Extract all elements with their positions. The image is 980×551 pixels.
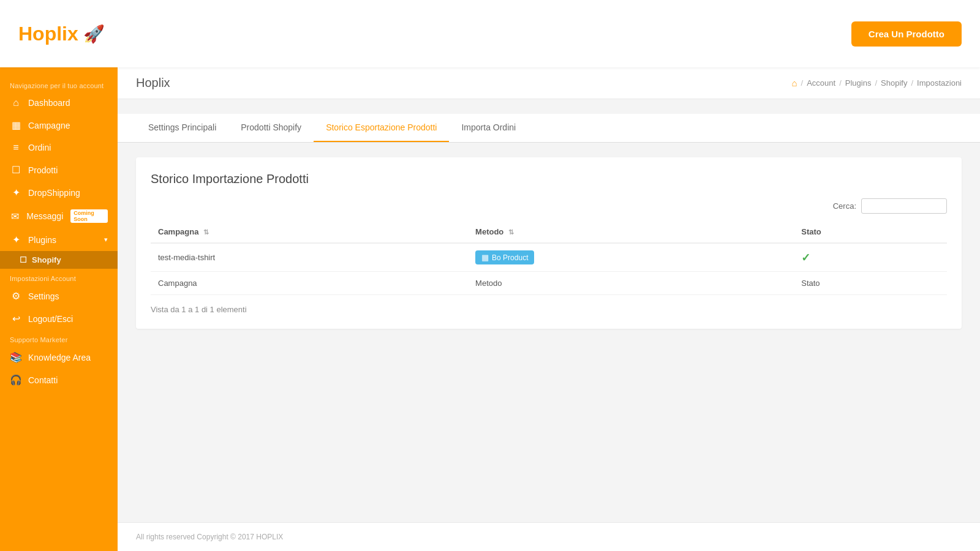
sidebar-label-contatti: Contatti <box>28 375 58 385</box>
search-row: Cerca: <box>151 198 947 214</box>
sidebar: Navigazione per il tuo account ⌂ Dashboa… <box>0 67 118 551</box>
main-layout: Navigazione per il tuo account ⌂ Dashboa… <box>0 67 980 551</box>
page-title: Hoplix <box>136 76 170 90</box>
logo-text: Hoplix <box>18 23 78 45</box>
support-section-label: Supporto Marketer <box>0 330 118 346</box>
tab-storico-esportazione[interactable]: Storico Esportazione Prodotti <box>314 114 449 142</box>
coming-soon-badge: Coming Soon <box>70 209 108 223</box>
sidebar-item-ordini[interactable]: ≡ Ordini <box>0 137 118 159</box>
sidebar-item-logout[interactable]: ↩ Logout/Esci <box>0 307 118 330</box>
sidebar-item-plugins[interactable]: ✦ Plugins ▾ <box>0 228 118 251</box>
sidebar-label-plugins: Plugins <box>28 235 56 245</box>
breadcrumb-impostazioni: Impostazioni <box>917 78 962 88</box>
cell-campagna: test-media-tshirt <box>151 243 468 272</box>
product-badge-icon: ▦ <box>481 253 489 262</box>
tab-prodotti-shopify[interactable]: Prodotti Shopify <box>228 114 314 142</box>
cell-stato: ✓ <box>794 243 947 272</box>
settings-icon: ⚙ <box>10 290 22 302</box>
cell-metodo-footer: Metodo <box>468 272 794 295</box>
logout-icon: ↩ <box>10 313 22 324</box>
knowledge-icon: 📚 <box>10 351 22 363</box>
sort-icon-metodo[interactable]: ⇅ <box>508 228 514 236</box>
plugins-chevron-icon: ▾ <box>104 236 108 244</box>
col-header-metodo: Metodo ⇅ <box>468 221 794 243</box>
breadcrumb-sep-4: / <box>911 78 913 88</box>
product-badge-label: Bo Product <box>492 253 528 262</box>
cell-stato-footer: Stato <box>794 272 947 295</box>
sidebar-label-ordini: Ordini <box>28 143 51 152</box>
prodotti-icon: ☐ <box>10 164 22 176</box>
content-area: Settings Principali Prodotti Shopify Sto… <box>118 99 980 522</box>
contatti-icon: 🎧 <box>10 374 22 386</box>
sidebar-label-messaggi: Messaggi <box>26 211 63 221</box>
campagne-icon: ▦ <box>10 119 22 131</box>
page-footer: All rights reserved Copyright © 2017 HOP… <box>118 522 980 551</box>
logo-rocket-icon: 🚀 <box>83 24 105 44</box>
cell-campagna-footer: Campagna <box>151 272 468 295</box>
sidebar-label-campagne: Campagne <box>28 121 70 130</box>
breadcrumb-account[interactable]: Account <box>807 78 835 88</box>
dropshipping-icon: ✦ <box>10 187 22 198</box>
sidebar-label-settings: Settings <box>28 291 59 301</box>
col-header-stato: Stato <box>794 221 947 243</box>
product-badge: ▦ Bo Product <box>475 250 534 264</box>
tabs-bar: Settings Principali Prodotti Shopify Sto… <box>118 114 980 143</box>
sidebar-item-contatti[interactable]: 🎧 Contatti <box>0 369 118 391</box>
sort-icon-campagna[interactable]: ⇅ <box>203 228 209 236</box>
shopify-icon: ☐ <box>20 255 27 264</box>
cell-metodo: ▦ Bo Product <box>468 243 794 272</box>
top-header: Hoplix 🚀 Crea Un Prodotto <box>0 0 980 67</box>
sidebar-item-dashboard[interactable]: ⌂ Dashboard <box>0 92 118 114</box>
nav-section-label: Navigazione per il tuo account <box>0 76 118 92</box>
section-title: Storico Importazione Prodotti <box>151 172 947 186</box>
sidebar-item-settings[interactable]: ⚙ Settings <box>0 285 118 307</box>
table-row: test-media-tshirt ▦ Bo Product ✓ <box>151 243 947 272</box>
search-label: Cerca: <box>833 201 856 211</box>
crea-prodotto-button[interactable]: Crea Un Prodotto <box>851 21 962 47</box>
data-table: Campagna ⇅ Metodo ⇅ Stato test- <box>151 221 947 295</box>
breadcrumb-sep-1: / <box>801 78 804 88</box>
breadcrumb: ⌂ / Account / Plugins / Shopify / Impost… <box>791 78 962 88</box>
sidebar-label-knowledge: Knowledge Area <box>28 353 91 362</box>
plugins-icon: ✦ <box>10 234 22 246</box>
sidebar-item-messaggi[interactable]: ✉ Messaggi Coming Soon <box>0 204 118 228</box>
breadcrumb-sep-2: / <box>839 78 842 88</box>
sidebar-label-dashboard: Dashboard <box>28 98 70 108</box>
ordini-icon: ≡ <box>10 142 22 153</box>
sidebar-label-logout: Logout/Esci <box>28 314 73 324</box>
home-icon[interactable]: ⌂ <box>791 78 797 88</box>
dashboard-icon: ⌂ <box>10 97 22 108</box>
account-section-label: Impostazioni Account <box>0 269 118 285</box>
logo-area: Hoplix 🚀 <box>18 23 105 45</box>
sidebar-item-prodotti[interactable]: ☐ Prodotti <box>0 159 118 181</box>
sidebar-item-shopify[interactable]: ☐ Shopify <box>0 251 118 269</box>
pagination-info: Vista da 1 a 1 di 1 elementi <box>151 305 947 314</box>
messaggi-icon: ✉ <box>10 211 20 222</box>
breadcrumb-shopify[interactable]: Shopify <box>881 78 907 88</box>
sidebar-item-dropshipping[interactable]: ✦ DropShipping <box>0 181 118 204</box>
breadcrumb-plugins[interactable]: Plugins <box>845 78 872 88</box>
tab-settings-principali[interactable]: Settings Principali <box>136 114 228 142</box>
sidebar-label-shopify: Shopify <box>32 255 61 264</box>
search-input[interactable] <box>861 198 947 214</box>
sidebar-item-knowledge[interactable]: 📚 Knowledge Area <box>0 346 118 369</box>
table-footer-row: Campagna Metodo Stato <box>151 272 947 295</box>
sidebar-item-campagne[interactable]: ▦ Campagne <box>0 114 118 137</box>
sidebar-label-prodotti: Prodotti <box>28 165 58 175</box>
breadcrumb-sep-3: / <box>875 78 877 88</box>
main-content: Hoplix ⌂ / Account / Plugins / Shopify /… <box>118 67 980 551</box>
table-header-row: Campagna ⇅ Metodo ⇅ Stato <box>151 221 947 243</box>
sidebar-label-dropshipping: DropShipping <box>28 188 80 198</box>
copyright-text: All rights reserved Copyright © 2017 HOP… <box>136 533 283 541</box>
tab-importa-ordini[interactable]: Importa Ordini <box>449 114 528 142</box>
table-section: Storico Importazione Prodotti Cerca: Cam… <box>136 157 962 329</box>
col-header-campagna: Campagna ⇅ <box>151 221 468 243</box>
check-icon: ✓ <box>801 252 810 264</box>
page-header: Hoplix ⌂ / Account / Plugins / Shopify /… <box>118 67 980 99</box>
